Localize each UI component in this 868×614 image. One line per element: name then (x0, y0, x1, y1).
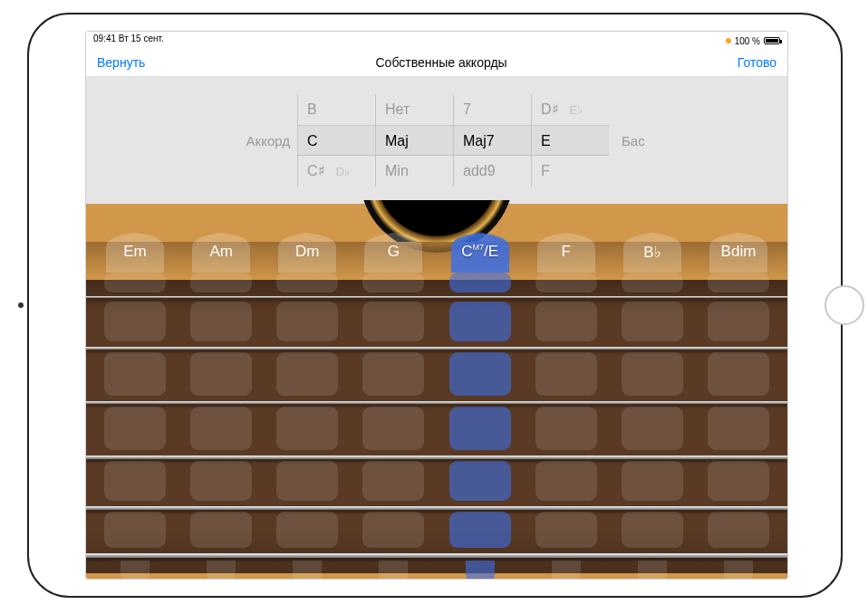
chord-cell[interactable] (362, 302, 424, 341)
picker-col-bass[interactable]: D♯E♭EF (531, 94, 609, 187)
chord-cell[interactable] (362, 352, 424, 396)
chord-cell[interactable] (622, 512, 683, 548)
chord-cell[interactable] (535, 302, 597, 341)
picker-item[interactable]: F (532, 156, 609, 187)
chord-strip-2[interactable]: Dm (271, 231, 343, 579)
chord-body[interactable] (444, 273, 516, 579)
chord-cell[interactable] (190, 512, 252, 548)
picker-col-root[interactable]: BCC♯D♭ (297, 94, 375, 187)
chord-body[interactable] (99, 273, 171, 579)
chord-cell[interactable] (276, 407, 338, 450)
picker-col-quality[interactable]: НетMajMin (375, 94, 453, 187)
chord-cell[interactable] (449, 461, 511, 501)
chord-head[interactable]: Dm (271, 231, 343, 273)
chord-tail[interactable] (638, 561, 667, 580)
chord-cell[interactable] (622, 273, 683, 293)
chord-strip-6[interactable]: B♭ (616, 231, 689, 579)
chord-cell[interactable] (190, 273, 252, 293)
chord-cell[interactable] (276, 273, 338, 293)
done-button[interactable]: Готово (738, 55, 776, 70)
chord-cell[interactable] (362, 273, 424, 293)
picker-item[interactable]: E (532, 125, 609, 156)
chord-cell[interactable] (104, 302, 166, 341)
chord-cell[interactable] (190, 352, 252, 396)
chord-cell[interactable] (535, 352, 597, 396)
chord-cell[interactable] (276, 512, 338, 548)
back-button[interactable]: Вернуть (97, 55, 145, 70)
chord-strip-5[interactable]: F (530, 231, 603, 579)
chord-cell[interactable] (104, 273, 166, 293)
chord-strip-3[interactable]: G (357, 231, 429, 579)
chord-strip-4[interactable]: CM7/E (444, 231, 516, 579)
chord-cell[interactable] (449, 407, 511, 450)
chord-body[interactable] (616, 273, 689, 579)
chord-cell[interactable] (104, 461, 166, 501)
chord-head[interactable]: Am (185, 231, 257, 273)
chord-cell[interactable] (535, 273, 597, 293)
picker-item[interactable]: 7 (454, 94, 531, 125)
chord-cell[interactable] (449, 273, 511, 293)
chord-body[interactable] (702, 273, 775, 579)
picker-item[interactable]: Нет (376, 94, 453, 125)
home-button[interactable] (825, 285, 864, 325)
chord-cell[interactable] (708, 407, 769, 450)
chord-tail[interactable] (207, 561, 236, 580)
chord-cell[interactable] (104, 352, 166, 396)
chord-head[interactable]: Em (99, 231, 171, 273)
chord-strip-1[interactable]: Am (185, 231, 257, 579)
chord-cell[interactable] (362, 512, 424, 548)
chord-cell[interactable] (449, 352, 511, 396)
chord-cell[interactable] (190, 407, 252, 450)
chord-head[interactable]: B♭ (616, 231, 689, 273)
chord-body[interactable] (271, 273, 343, 579)
chord-cell[interactable] (708, 273, 769, 293)
chord-head[interactable]: CM7/E (444, 231, 516, 273)
chord-cell[interactable] (535, 461, 597, 501)
chord-body[interactable] (357, 273, 429, 579)
chord-cell[interactable] (362, 407, 424, 450)
picker-item[interactable]: C♯D♭ (298, 156, 375, 187)
picker-item[interactable]: Maj7 (454, 125, 531, 156)
chord-cell[interactable] (276, 352, 338, 396)
chord-cell[interactable] (190, 302, 252, 341)
chord-body[interactable] (530, 273, 603, 579)
picker-item[interactable]: Maj (376, 125, 453, 156)
chord-cell[interactable] (535, 407, 597, 450)
picker-item[interactable]: C (298, 125, 375, 156)
chord-cell[interactable] (276, 302, 338, 341)
chord-tail[interactable] (724, 561, 753, 580)
picker-col-ext[interactable]: 7Maj7add9 (453, 94, 531, 187)
chord-cell[interactable] (449, 512, 511, 548)
chord-cell[interactable] (449, 302, 511, 341)
chord-cell[interactable] (708, 461, 769, 501)
chord-tail[interactable] (466, 561, 495, 580)
chord-body[interactable] (185, 273, 257, 579)
chord-cell[interactable] (708, 352, 769, 396)
chord-head[interactable]: G (357, 231, 429, 273)
picker-item[interactable]: D♯E♭ (532, 94, 609, 125)
chord-tail[interactable] (552, 561, 581, 580)
chord-tail[interactable] (379, 561, 408, 580)
chord-cell[interactable] (708, 512, 769, 548)
chord-cell[interactable] (276, 461, 338, 501)
chord-cell[interactable] (622, 302, 683, 341)
chord-cell[interactable] (535, 512, 597, 548)
chord-tail[interactable] (293, 561, 322, 580)
nav-bar: Вернуть Собственные аккорды Готово (86, 48, 787, 77)
chord-head[interactable]: F (530, 231, 603, 273)
chord-cell[interactable] (622, 461, 683, 501)
chord-cell[interactable] (362, 461, 424, 501)
chord-cell[interactable] (622, 407, 683, 450)
picker-item[interactable]: Min (376, 156, 453, 187)
chord-head[interactable]: Bdim (702, 231, 775, 273)
chord-cell[interactable] (622, 352, 683, 396)
picker-item[interactable]: add9 (454, 156, 531, 187)
chord-strip-7[interactable]: Bdim (702, 231, 775, 579)
chord-cell[interactable] (104, 407, 166, 450)
chord-tail[interactable] (121, 561, 149, 580)
picker-item[interactable]: B (298, 94, 375, 125)
chord-strip-0[interactable]: Em (99, 231, 171, 579)
chord-cell[interactable] (708, 302, 769, 341)
chord-cell[interactable] (190, 461, 252, 501)
chord-cell[interactable] (104, 512, 166, 548)
